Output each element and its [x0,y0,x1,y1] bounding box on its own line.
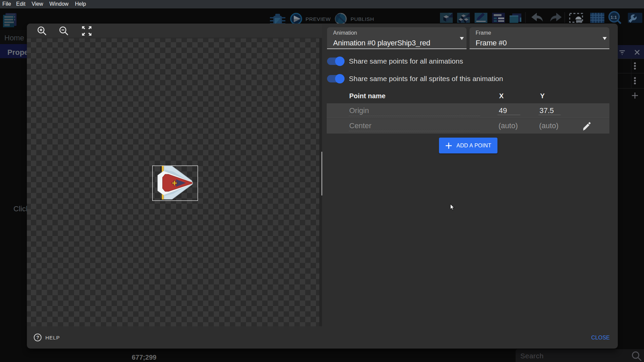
svg-text:PUBLISH: PUBLISH [351,16,374,22]
svg-text:1:1: 1:1 [611,15,617,20]
svg-text:PREVIEW: PREVIEW [306,16,331,22]
svg-text:?: ? [36,335,39,340]
